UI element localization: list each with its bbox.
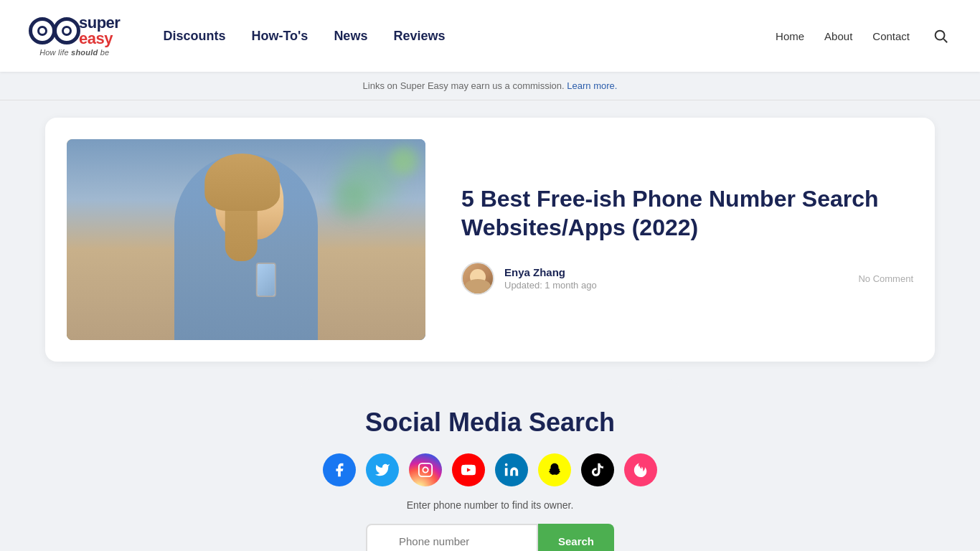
logo-text-block: super easy [79,15,120,47]
linkedin-icon-button[interactable] [495,453,528,486]
search-input-row: 📞 Search [323,524,657,551]
search-submit-button[interactable]: Search [538,524,614,551]
facebook-icon [331,462,347,478]
author-row: Enya Zhang Updated: 1 month ago No Comme… [461,262,913,295]
tiktok-icon [590,462,606,478]
phone-number-input[interactable] [366,524,538,551]
tiktok-icon-button[interactable] [581,453,614,486]
site-header: super easy How life should be Discounts … [0,0,980,72]
logo-super-text: super [79,15,120,31]
social-icons-row [323,453,657,486]
tinder-icon [633,462,649,478]
article-title: 5 Best Free-ish Phone Number Search Webs… [461,184,913,242]
facebook-icon-button[interactable] [323,453,356,486]
nav-discounts[interactable]: Discounts [163,29,225,44]
logo-icon: super easy [29,15,120,47]
svg-point-6 [505,463,508,466]
social-media-search-card: Social Media Search [301,379,679,551]
snapchat-icon [547,462,562,478]
tinder-icon-button[interactable] [624,453,657,486]
author-updated: Updated: 1 month ago [504,280,848,291]
right-nav: Home About Contact [776,25,951,47]
learn-more-link[interactable]: Learn more. [567,80,617,91]
svg-rect-5 [505,468,508,476]
input-wrapper: 📞 [366,524,538,551]
commission-bar: Links on Super Easy may earn us a commis… [0,72,980,100]
article-image [67,139,425,340]
article-meta: 5 Best Free-ish Phone Number Search Webs… [461,184,913,295]
article-card: 5 Best Free-ish Phone Number Search Webs… [45,118,935,362]
svg-point-0 [936,31,945,40]
search-icon [933,28,948,44]
nav-home[interactable]: Home [776,30,804,42]
content-area: 5 Best Free-ish Phone Number Search Webs… [24,118,956,551]
youtube-icon [461,462,476,478]
logo-circle-outer-2 [53,17,80,44]
logo-link[interactable]: super easy How life should be [29,15,120,57]
linkedin-icon [504,462,519,478]
twitter-icon-button[interactable] [366,453,399,486]
social-helper-text: Enter phone number to find its owner. [323,499,657,511]
no-comment: No Comment [858,273,913,284]
svg-line-1 [943,39,947,42]
author-name: Enya Zhang [504,266,848,278]
instagram-icon-button[interactable] [409,453,442,486]
youtube-icon-button[interactable] [452,453,485,486]
twitter-icon [374,462,390,478]
logo-circles [29,17,75,44]
logo-circle-outer [29,17,56,44]
social-search-title: Social Media Search [323,408,657,438]
nav-howtos[interactable]: How-To's [251,29,308,44]
nav-news[interactable]: News [334,29,367,44]
nav-about[interactable]: About [824,30,852,42]
logo-circle-inner-2 [62,26,72,36]
nav-reviews[interactable]: Reviews [393,29,445,44]
svg-rect-2 [419,463,432,476]
logo-easy-text: easy [79,31,120,47]
instagram-icon [418,462,433,478]
nav-contact[interactable]: Contact [872,30,910,42]
search-button[interactable] [930,25,951,47]
author-avatar [461,262,494,295]
logo-tagline: How life should be [39,48,109,57]
logo-circle-inner [37,26,47,36]
main-nav: Discounts How-To's News Reviews [163,29,776,44]
snapchat-icon-button[interactable] [538,453,571,486]
author-info: Enya Zhang Updated: 1 month ago [504,266,848,291]
